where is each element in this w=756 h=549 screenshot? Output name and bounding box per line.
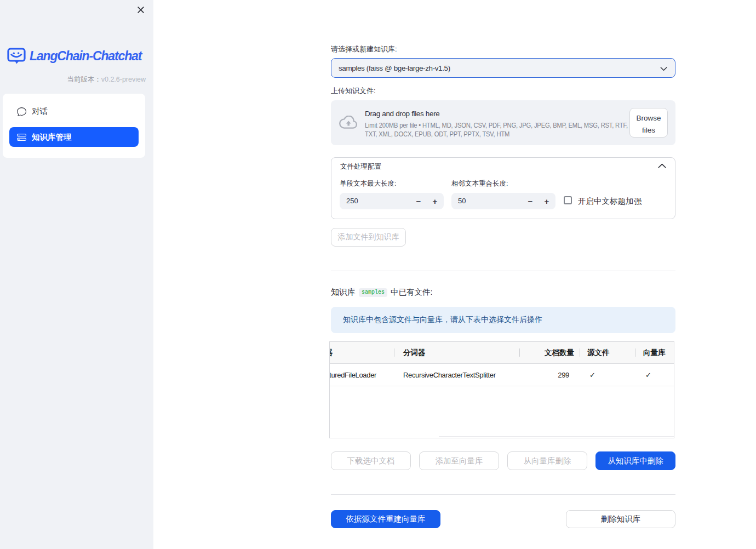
- chunk-size-decrement-button[interactable]: −: [411, 193, 426, 209]
- close-icon: [138, 7, 144, 13]
- column-source: 源文件: [587, 342, 610, 363]
- overlap-increment-button[interactable]: +: [539, 193, 554, 209]
- info-alert-text: 知识库中包含源文件与向量库，请从下表中选择文件后操作: [343, 314, 542, 325]
- sidebar-item-label: 知识库管理: [32, 132, 72, 142]
- kb-name-code: samples: [359, 288, 387, 297]
- column-separator: [394, 348, 394, 357]
- sidebar-close-button[interactable]: [136, 5, 146, 15]
- version-value: v0.2.6-preview: [101, 76, 146, 83]
- kb-files-suffix: 中已有文件:: [391, 287, 433, 298]
- cloud-upload-icon: [339, 116, 358, 129]
- overlap-decrement-button[interactable]: −: [523, 193, 538, 209]
- hdd-stack-icon: [17, 133, 26, 142]
- file-dropzone[interactable]: Drag and drop files here Limit 200MB per…: [331, 100, 675, 145]
- sidebar-item-dialogue[interactable]: 对话: [9, 101, 139, 121]
- kb-select[interactable]: samples (faiss @ bge-large-zh-v1.5): [331, 58, 675, 78]
- table-header: 文档加载器 分词器 文档数量 源文件 向量库: [330, 342, 674, 364]
- sidebar: LangChain-Chatchat 当前版本：v0.2.6-preview 对…: [0, 0, 153, 549]
- drop-kb-button[interactable]: 删除知识库: [566, 510, 675, 528]
- column-separator: [635, 348, 635, 357]
- add-files-button[interactable]: 添加文件到知识库: [331, 228, 406, 247]
- zh-title-enhance-checkbox[interactable]: [564, 196, 572, 204]
- kb-select-label: 请选择或新建知识库:: [331, 44, 397, 54]
- column-loader: 文档加载器: [330, 342, 333, 363]
- column-docs: 文档数量: [545, 342, 574, 363]
- main-content: 请选择或新建知识库: samples (faiss @ bge-large-zh…: [153, 0, 756, 549]
- download-selected-button[interactable]: 下载选中文档: [331, 451, 411, 470]
- logo: LangChain-Chatchat: [7, 48, 141, 65]
- kb-files-prefix: 知识库: [331, 287, 356, 298]
- browse-files-button[interactable]: Browse files: [629, 108, 668, 138]
- divider: [331, 494, 675, 495]
- chevron-up-icon: [658, 163, 666, 168]
- sidebar-menu: 对话 知识库管理: [3, 94, 145, 158]
- cell-vector-check: ✓: [645, 364, 651, 386]
- app: LangChain-Chatchat 当前版本：v0.2.6-preview 对…: [0, 0, 756, 549]
- files-table[interactable]: 文档加载器 分词器 文档数量 源文件 向量库 UnstructuredFileL…: [329, 341, 674, 438]
- expander-header[interactable]: 文件处理配置: [331, 158, 675, 176]
- logo-bubble-icon: [7, 48, 26, 65]
- file-config-expander: 文件处理配置 单段文本最大长度: 相邻文本重合长度: 250 − + 50 − …: [331, 157, 675, 219]
- menu-separator: [15, 123, 133, 123]
- rebuild-vectorstore-button[interactable]: 依据源文件重建向量库: [331, 510, 440, 528]
- kb-select-value: samples (faiss @ bge-large-zh-v1.5): [331, 64, 450, 72]
- chat-icon: [17, 107, 26, 116]
- dropzone-limit-text: Limit 200MB per file • HTML, MD, JSON, C…: [365, 121, 629, 138]
- delete-from-kb-button[interactable]: 从知识库中删除: [595, 451, 675, 470]
- expander-title: 文件处理配置: [340, 162, 381, 171]
- chunk-size-label: 单段文本最大长度:: [340, 179, 396, 188]
- sidebar-item-knowledge-base[interactable]: 知识库管理: [9, 127, 139, 147]
- table-row[interactable]: UnstructuredFileLoader RecursiveCharacte…: [330, 364, 674, 386]
- cell-source-check: ✓: [589, 364, 595, 386]
- kb-files-heading: 知识库 samples 中已有文件:: [331, 287, 433, 298]
- cell-docs: 299: [558, 364, 569, 386]
- cell-splitter: RecursiveCharacterTextSplitter: [403, 364, 496, 386]
- divider: [331, 271, 675, 271]
- zh-title-enhance-label: 开启中文标题加强: [578, 196, 642, 207]
- overlap-input[interactable]: 50 − +: [451, 193, 555, 209]
- info-alert: 知识库中包含源文件与向量库，请从下表中选择文件后操作: [331, 307, 675, 333]
- add-to-vectorstore-button[interactable]: 添加至向量库: [419, 451, 499, 470]
- file-actions: 下载选中文档 添加至向量库 从向量库删除 从知识库中删除: [331, 451, 675, 470]
- chevron-down-icon: [660, 65, 668, 73]
- dropzone-title: Drag and drop files here: [365, 110, 439, 118]
- logo-text: LangChain-Chatchat: [30, 49, 141, 64]
- overlap-label: 相邻文本重合长度:: [451, 179, 508, 188]
- column-separator: [580, 348, 580, 357]
- delete-from-vectorstore-button[interactable]: 从向量库删除: [507, 451, 587, 470]
- horizontal-scrollbar[interactable]: [439, 436, 674, 437]
- chunk-size-input[interactable]: 250 − +: [340, 193, 444, 209]
- upload-label: 上传知识文件:: [331, 86, 376, 95]
- version-label: 当前版本：: [67, 76, 101, 83]
- column-separator: [519, 348, 520, 357]
- column-vector: 向量库: [643, 342, 666, 363]
- chunk-size-value: 250: [346, 193, 358, 209]
- overlap-value: 50: [458, 193, 466, 209]
- column-splitter: 分词器: [403, 342, 426, 363]
- chunk-size-increment-button[interactable]: +: [427, 193, 443, 209]
- cell-loader: UnstructuredFileLoader: [330, 364, 376, 386]
- version-line: 当前版本：v0.2.6-preview: [67, 75, 146, 84]
- sidebar-item-label: 对话: [32, 106, 48, 117]
